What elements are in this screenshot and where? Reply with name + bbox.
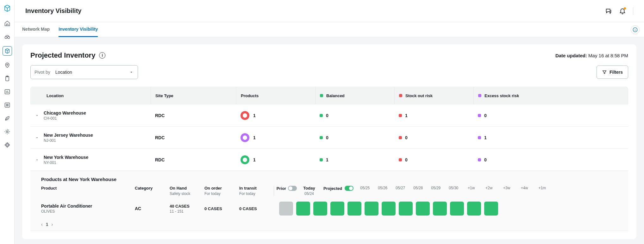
list-icon[interactable] xyxy=(3,101,11,109)
table-header: Location Site Type Products Balanced Sto… xyxy=(30,87,628,104)
pivot-by-select[interactable]: Pivot by Location xyxy=(30,65,138,79)
info-button[interactable] xyxy=(631,25,640,34)
inventory-cell[interactable] xyxy=(416,202,430,216)
tab-network-map[interactable]: Network Map xyxy=(22,22,50,37)
projection-date: 05/27 xyxy=(391,186,409,190)
tab-inventory-visibility[interactable]: Inventory Visibility xyxy=(59,22,98,37)
excess-count: 1 xyxy=(484,135,487,140)
app-logo-icon[interactable] xyxy=(3,4,11,12)
table-row[interactable]: New York Warehouse NY-001 RDC 1 1 0 0 xyxy=(30,149,628,171)
balanced-dot-icon xyxy=(320,94,323,97)
projection-date: 05/26 xyxy=(374,186,391,190)
home-icon[interactable] xyxy=(3,20,11,27)
excess-dot-icon xyxy=(478,94,481,97)
balanced-count: 0 xyxy=(326,113,328,118)
projection-date: 05/25 xyxy=(356,186,374,190)
next-page-icon[interactable]: › xyxy=(51,222,53,227)
prev-page-icon[interactable]: ‹ xyxy=(41,222,43,227)
dot-icon xyxy=(320,136,323,139)
projection-date: +2w xyxy=(480,186,498,190)
expand-toggle[interactable] xyxy=(33,114,41,117)
inventory-cell[interactable] xyxy=(347,202,361,216)
site-type-cell: RDC xyxy=(151,113,236,118)
projection-date: +1m xyxy=(533,186,551,190)
projection-date: +3w xyxy=(498,186,516,190)
clipboard-icon[interactable] xyxy=(3,75,11,82)
projected-inventory-card: Projected Inventory i Date updated: May … xyxy=(22,44,636,239)
balanced-count: 1 xyxy=(326,157,328,162)
feedback-icon[interactable] xyxy=(605,8,612,15)
binoculars-icon[interactable] xyxy=(3,33,11,41)
product-row[interactable]: Portable Air Conditioner OLIVES AC 40 CA… xyxy=(41,202,620,218)
chevron-down-icon xyxy=(129,70,133,74)
diamond-icon[interactable] xyxy=(3,141,11,149)
inventory-cell[interactable] xyxy=(433,202,447,216)
in-transit-cell: 0 CASES xyxy=(239,206,274,211)
info-icon[interactable]: i xyxy=(99,52,105,59)
balanced-count: 0 xyxy=(326,135,328,140)
inventory-cell[interactable] xyxy=(382,202,396,216)
projected-toggle[interactable] xyxy=(345,186,353,191)
leaf-icon[interactable] xyxy=(3,115,11,122)
header-on-hand: On Hand Safety stock xyxy=(170,186,204,196)
table-row[interactable]: New Jersey Warehouse NJ-001 RDC 1 0 0 1 xyxy=(30,127,628,149)
projection-date: 05/30 xyxy=(445,186,462,190)
svg-point-2 xyxy=(6,64,8,65)
products-count: 1 xyxy=(253,157,256,162)
svg-point-1 xyxy=(7,36,9,39)
location-name: New Jersey Warehouse xyxy=(44,133,93,138)
location-code: CH-001 xyxy=(44,116,86,121)
expanded-products-panel: Products at New York Warehouse Product C… xyxy=(30,171,628,231)
projected-label: Projected xyxy=(323,186,342,191)
header-category: Category xyxy=(135,186,170,191)
product-code: OLIVES xyxy=(41,209,135,214)
inventory-cell[interactable] xyxy=(399,202,413,216)
prior-toggle[interactable] xyxy=(288,186,297,191)
prior-label: Prior xyxy=(277,186,286,191)
dot-icon xyxy=(320,114,323,117)
date-updated: Date updated: May 16 at 8:58 PM xyxy=(555,53,628,58)
table-row[interactable]: Chicago Warehouse CH-001 RDC 1 0 1 0 xyxy=(30,104,628,127)
inventory-cell[interactable] xyxy=(450,202,464,216)
on-hand-cell: 40 CASES 11 - 151 xyxy=(170,204,204,214)
projection-date: 05/28 xyxy=(409,186,427,190)
filters-button[interactable]: Filters xyxy=(597,66,628,79)
date-updated-label: Date updated: xyxy=(555,53,587,58)
product-name: Portable Air Conditioner xyxy=(41,203,135,209)
expand-toggle[interactable] xyxy=(33,136,41,140)
box-icon[interactable] xyxy=(3,46,12,56)
projected-toggle-group: Projected xyxy=(323,186,353,191)
section-title: Projected Inventory xyxy=(30,51,95,59)
inventory-cell[interactable] xyxy=(330,202,344,216)
projection-date: 05/29 xyxy=(427,186,445,190)
stockout-count: 0 xyxy=(405,135,408,140)
inventory-cell[interactable] xyxy=(296,202,310,216)
notification-dot xyxy=(624,7,626,9)
dot-icon xyxy=(320,158,323,161)
expand-toggle[interactable] xyxy=(33,158,41,162)
date-updated-value: May 16 at 8:58 PM xyxy=(587,53,628,58)
inventory-cell[interactable] xyxy=(484,202,498,216)
site-type-cell: RDC xyxy=(151,135,236,140)
inventory-cell[interactable] xyxy=(313,202,327,216)
page-number: 1 xyxy=(46,222,48,227)
dot-icon xyxy=(399,114,402,117)
projection-date: +1w xyxy=(462,186,480,190)
pin-icon[interactable] xyxy=(3,61,11,69)
subpanel-header: Product Category On Hand Safety stock On… xyxy=(41,186,620,196)
projection-date: +4w xyxy=(516,186,533,190)
side-rail xyxy=(0,0,15,244)
divider xyxy=(633,7,633,15)
inventory-cell[interactable] xyxy=(365,202,378,216)
stockout-dot-icon xyxy=(399,94,402,97)
dot-icon xyxy=(478,136,481,139)
gear-icon[interactable] xyxy=(3,128,11,135)
inventory-cell[interactable] xyxy=(467,202,481,216)
top-bar: Inventory Visibility xyxy=(15,0,644,22)
header-product: Product xyxy=(41,186,135,191)
bell-icon[interactable] xyxy=(619,8,626,15)
svg-point-7 xyxy=(6,131,8,133)
chart-icon[interactable] xyxy=(3,88,11,96)
page-title: Inventory Visibility xyxy=(25,7,81,15)
inventory-cell[interactable] xyxy=(279,202,293,216)
